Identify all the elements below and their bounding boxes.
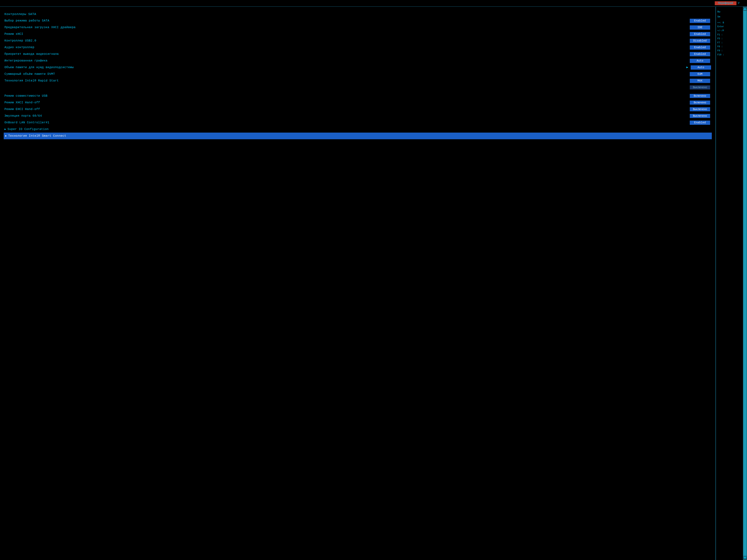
btn-video-priority[interactable]: Enabled — [690, 52, 710, 56]
btn-ehci-handoff[interactable]: Выключено — [690, 107, 710, 111]
value-sata-mode[interactable]: Enabled — [689, 19, 711, 23]
value-xhci-handoff[interactable]: Включено — [689, 101, 711, 105]
right-sidebar: Вы Sm ++: B Enter +/-/P F1 : F5 : F7 : F… — [716, 7, 747, 560]
row-igfx: Интегрированная графика Auto — [4, 57, 711, 64]
label-video-memory: Объем памяти для нужд видеоподсистемы — [4, 66, 687, 69]
main-content: Контроллеры SATA Выбор режима работы SAT… — [0, 7, 747, 560]
cursor-icon: ▶ — [687, 66, 688, 69]
row-usb2: Контроллер USB2.0 Disabled — [4, 37, 711, 44]
sidebar-help-vy: Вы — [717, 10, 724, 14]
value-video-memory[interactable]: ▶ Auto — [687, 65, 711, 70]
btn-usb-compat[interactable]: Включено — [690, 94, 710, 98]
label-usb-compat: Режим совместимости USB — [4, 94, 689, 98]
arrow-super-io: ► — [4, 128, 6, 131]
row-video-memory: Объем памяти для нужд видеоподсистемы ▶ … — [4, 64, 711, 71]
legend-f8: F8 : — [717, 45, 724, 49]
label-super-io: Super IO Configuration — [7, 128, 711, 131]
label-dvmt: Суммарный объём памяти DVMT — [4, 73, 689, 76]
value-usb2[interactable]: Disabled — [689, 39, 711, 43]
scrollbar-up-arrow[interactable] — [743, 7, 747, 10]
label-ehci-handoff: Режим EHCI Hand-off — [4, 108, 689, 111]
value-rapid-start[interactable]: MAX — [689, 79, 711, 83]
settings-list: Контроллеры SATA Выбор режима работы SAT… — [0, 7, 716, 560]
row-audio: Аудио контроллер Enabled — [4, 44, 711, 51]
arrow-smart-connect: ► — [5, 134, 7, 137]
label-lan: OnBoard LAN Controller#1 — [4, 121, 689, 124]
row-xhci-handoff: Режим XHCI Hand-off Включено — [4, 99, 711, 106]
value-igfx[interactable]: Auto — [689, 59, 711, 63]
legend-enter: Enter — [717, 25, 724, 29]
value-port-emulation[interactable]: Выключено — [689, 114, 711, 118]
row-smart-connect[interactable]: ► Технология Intel® Smart Connect — [4, 133, 712, 139]
btn-lan[interactable]: Enabled — [690, 121, 710, 125]
row-dvmt: Суммарный объём памяти DVMT 64M — [4, 71, 711, 77]
btn-rapid-start-sub[interactable]: Выключено — [690, 85, 710, 89]
legend-pp: ++: B — [717, 21, 724, 25]
scrollbar-down-arrow[interactable] — [743, 557, 747, 559]
sidebar-help: Вы Sm ++: B Enter +/-/P F1 : F5 : F7 : F… — [716, 8, 725, 560]
legend-f1: F1 : — [717, 33, 724, 37]
legend-f10: F10 : — [717, 53, 724, 57]
row-port-emulation: Эмуляция порта 60/64 Выключено — [4, 113, 711, 119]
btn-xhci-preload[interactable]: IDE — [690, 25, 710, 30]
btn-dvmt[interactable]: 64M — [690, 72, 710, 76]
value-xhci-preload[interactable]: IDE — [689, 25, 711, 30]
btn-usb2[interactable]: Disabled — [690, 39, 710, 43]
value-usb-compat[interactable]: Включено — [689, 94, 711, 98]
label-smart-connect: Технология Intel® Smart Connect — [8, 134, 710, 138]
btn-xhci-handoff[interactable]: Включено — [690, 101, 710, 105]
btn-rapid-start[interactable]: MAX — [690, 79, 710, 83]
label-sata-mode: Выбор режима работы SATA — [4, 19, 689, 22]
legend-plusminus: +/-/P — [717, 29, 724, 33]
btn-sata-mode[interactable]: Enabled — [690, 19, 710, 23]
scrollbar-track — [743, 7, 747, 560]
scrollbar-thumb[interactable] — [743, 11, 747, 556]
row-xhci-preload: Предварительная загрузка XHCI драйвера I… — [4, 24, 711, 31]
value-video-priority[interactable]: Enabled — [689, 52, 711, 56]
label-port-emulation: Эмуляция порта 60/64 — [4, 114, 689, 117]
row-sata-controllers: Контроллеры SATA — [4, 11, 711, 18]
legend-f9: F9 : — [717, 49, 724, 53]
row-sata-mode: Выбор режима работы SATA Enabled — [4, 18, 711, 24]
btn-port-emulation[interactable]: Выключено — [690, 114, 710, 118]
row-usb-compat: Режим совместимости USB Включено — [4, 92, 711, 99]
value-lan[interactable]: Enabled — [689, 121, 711, 125]
label-xhci-mode: Режим xHCI — [4, 32, 689, 36]
label-video-priority: Приоритет вывода видеосигнала — [4, 52, 689, 56]
row-rapid-start-sub: Выключено — [4, 84, 711, 91]
label-audio: Аудио контроллер — [4, 46, 689, 49]
label-sata-controllers: Контроллеры SATA — [4, 12, 711, 16]
legend-f5: F5 : — [717, 37, 724, 41]
btn-audio[interactable]: Enabled — [690, 45, 710, 50]
row-rapid-start: Технология Intel® Rapid Start MAX — [4, 77, 711, 84]
row-super-io[interactable]: ► Super IO Configuration — [4, 126, 711, 133]
value-audio[interactable]: Enabled — [689, 45, 711, 50]
btn-video-memory[interactable]: Auto — [691, 65, 711, 70]
value-dvmt[interactable]: 64M — [689, 72, 711, 76]
bios-screen: Периферий У Контроллеры SATA Выбор режим… — [0, 0, 747, 560]
label-xhci-preload: Предварительная загрузка XHCI драйвера — [4, 26, 689, 29]
row-xhci-mode: Режим xHCI Enabled — [4, 31, 711, 37]
btn-xhci-mode[interactable]: Enabled — [690, 32, 710, 36]
row-video-priority: Приоритет вывода видеосигнала Enabled — [4, 51, 711, 57]
value-ehci-handoff[interactable]: Выключено — [689, 107, 711, 111]
legend-f7: F7 : — [717, 41, 724, 45]
label-igfx: Интегрированная графика — [4, 59, 689, 62]
row-ehci-handoff: Режим EHCI Hand-off Выключено — [4, 106, 711, 113]
top-bar-right: У — [738, 2, 740, 5]
row-lan: OnBoard LAN Controller#1 Enabled — [4, 119, 711, 126]
btn-igfx[interactable]: Auto — [690, 59, 710, 63]
label-usb2: Контроллер USB2.0 — [4, 39, 689, 43]
menu-periphery[interactable]: Периферий — [715, 1, 737, 5]
sidebar-help-sm: Sm — [717, 15, 724, 19]
label-rapid-start: Технология Intel® Rapid Start — [4, 79, 689, 82]
value-rapid-start-sub[interactable]: Выключено — [689, 85, 711, 89]
label-xhci-handoff: Режим XHCI Hand-off — [4, 101, 689, 104]
separator — [4, 91, 711, 92]
value-xhci-mode[interactable]: Enabled — [689, 32, 711, 36]
top-bar: Периферий У — [0, 0, 747, 7]
